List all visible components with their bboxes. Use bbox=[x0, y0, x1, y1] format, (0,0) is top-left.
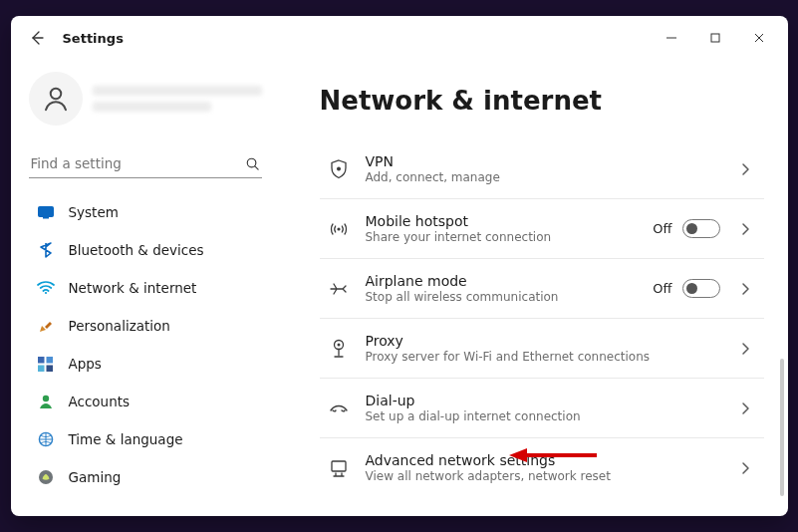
airplane-icon bbox=[328, 278, 350, 300]
setting-airplane-mode[interactable]: Airplane mode Stop all wireless communic… bbox=[320, 258, 764, 318]
setting-advanced-network[interactable]: Advanced network settings View all netwo… bbox=[320, 437, 764, 497]
svg-rect-4 bbox=[43, 217, 49, 219]
titlebar: Settings bbox=[11, 16, 788, 60]
sidebar-item-gaming[interactable]: Gaming bbox=[27, 459, 264, 495]
globe-icon bbox=[37, 430, 55, 448]
setting-title: Mobile hotspot bbox=[366, 213, 638, 229]
sidebar-item-system[interactable]: System bbox=[27, 194, 264, 230]
setting-title: Advanced network settings bbox=[366, 452, 720, 468]
window-title: Settings bbox=[63, 31, 124, 46]
hotspot-icon bbox=[328, 218, 350, 240]
main-scrollbar[interactable] bbox=[780, 359, 784, 496]
advanced-network-icon bbox=[328, 457, 350, 479]
shield-icon bbox=[328, 158, 350, 180]
svg-point-1 bbox=[50, 89, 61, 100]
chevron-right-icon bbox=[736, 222, 756, 236]
toggle-group: Off bbox=[653, 279, 719, 298]
sidebar-item-label: Network & internet bbox=[69, 280, 197, 296]
setting-text: Dial-up Set up a dial-up internet connec… bbox=[366, 393, 720, 423]
setting-subtitle: Proxy server for Wi-Fi and Ethernet conn… bbox=[366, 350, 720, 364]
sidebar: System Bluetooth & devices Network & int… bbox=[11, 60, 280, 516]
search-icon bbox=[245, 156, 260, 171]
window-controls bbox=[651, 23, 780, 53]
wifi-icon bbox=[37, 279, 55, 297]
chevron-right-icon bbox=[736, 282, 756, 296]
chevron-right-icon bbox=[736, 401, 756, 415]
svg-rect-18 bbox=[332, 461, 346, 471]
system-icon bbox=[37, 203, 55, 221]
sidebar-item-accessibility[interactable]: Accessibility bbox=[27, 497, 264, 500]
setting-text: Advanced network settings View all netwo… bbox=[366, 452, 720, 483]
chevron-right-icon bbox=[736, 342, 756, 356]
profile-name-placeholder bbox=[93, 86, 262, 112]
sidebar-item-bluetooth[interactable]: Bluetooth & devices bbox=[27, 232, 264, 268]
setting-subtitle: Add, connect, manage bbox=[366, 170, 720, 184]
setting-subtitle: Stop all wireless communication bbox=[366, 290, 638, 304]
sidebar-item-label: Gaming bbox=[69, 469, 122, 485]
sidebar-item-personalization[interactable]: Personalization bbox=[27, 308, 264, 344]
setting-mobile-hotspot[interactable]: Mobile hotspot Share your internet conne… bbox=[320, 198, 764, 258]
sidebar-item-label: Time & language bbox=[69, 431, 183, 447]
sidebar-item-label: Bluetooth & devices bbox=[69, 242, 204, 258]
minimize-button[interactable] bbox=[651, 23, 692, 53]
svg-point-5 bbox=[44, 292, 46, 294]
svg-rect-6 bbox=[38, 357, 45, 364]
sidebar-item-apps[interactable]: Apps bbox=[27, 346, 264, 382]
apps-icon bbox=[37, 355, 55, 373]
sidebar-item-label: System bbox=[69, 204, 119, 220]
svg-point-14 bbox=[337, 166, 341, 170]
search-box[interactable] bbox=[29, 151, 262, 178]
setting-dialup[interactable]: Dial-up Set up a dial-up internet connec… bbox=[320, 378, 764, 437]
sidebar-item-accounts[interactable]: Accounts bbox=[27, 384, 264, 419]
proxy-icon bbox=[328, 338, 350, 360]
svg-point-15 bbox=[337, 227, 340, 230]
svg-rect-8 bbox=[38, 365, 45, 372]
sidebar-item-network[interactable]: Network & internet bbox=[27, 270, 264, 306]
content: System Bluetooth & devices Network & int… bbox=[11, 60, 788, 516]
hotspot-toggle[interactable] bbox=[682, 219, 720, 238]
setting-text: Proxy Proxy server for Wi-Fi and Etherne… bbox=[366, 333, 720, 364]
toggle-group: Off bbox=[653, 219, 719, 238]
search-input[interactable] bbox=[31, 155, 245, 171]
setting-proxy[interactable]: Proxy Proxy server for Wi-Fi and Etherne… bbox=[320, 318, 764, 378]
svg-rect-3 bbox=[38, 206, 53, 216]
nav: System Bluetooth & devices Network & int… bbox=[27, 194, 264, 500]
setting-title: Dial-up bbox=[366, 393, 720, 408]
setting-title: Airplane mode bbox=[366, 273, 638, 289]
setting-vpn[interactable]: VPN Add, connect, manage bbox=[320, 139, 764, 198]
sidebar-item-label: Personalization bbox=[69, 318, 170, 334]
maximize-button[interactable] bbox=[694, 23, 736, 53]
back-button[interactable] bbox=[25, 26, 49, 50]
sidebar-item-label: Apps bbox=[69, 356, 102, 372]
svg-point-10 bbox=[42, 396, 48, 401]
page-title: Network & internet bbox=[320, 86, 764, 116]
setting-subtitle: View all network adapters, network reset bbox=[366, 469, 720, 483]
svg-rect-7 bbox=[47, 357, 54, 364]
setting-title: Proxy bbox=[366, 333, 720, 349]
setting-text: VPN Add, connect, manage bbox=[366, 153, 720, 184]
svg-rect-9 bbox=[47, 365, 54, 372]
setting-text: Mobile hotspot Share your internet conne… bbox=[366, 213, 638, 244]
setting-subtitle: Set up a dial-up internet connection bbox=[366, 409, 720, 423]
setting-text: Airplane mode Stop all wireless communic… bbox=[366, 273, 638, 304]
bluetooth-icon bbox=[37, 241, 55, 259]
sidebar-item-label: Accounts bbox=[69, 394, 131, 409]
chevron-right-icon bbox=[736, 162, 756, 176]
sidebar-item-time-language[interactable]: Time & language bbox=[27, 421, 264, 457]
gaming-icon bbox=[37, 468, 55, 486]
svg-point-17 bbox=[337, 343, 340, 346]
toggle-state: Off bbox=[653, 281, 671, 296]
setting-subtitle: Share your internet connection bbox=[366, 230, 638, 244]
chevron-right-icon bbox=[736, 461, 756, 475]
setting-title: VPN bbox=[366, 153, 720, 169]
avatar bbox=[29, 72, 83, 126]
accounts-icon bbox=[37, 393, 55, 410]
airplane-toggle[interactable] bbox=[682, 279, 720, 298]
settings-window: Settings Syste bbox=[11, 16, 788, 516]
personalization-icon bbox=[37, 317, 55, 335]
toggle-state: Off bbox=[653, 221, 671, 236]
close-button[interactable] bbox=[738, 23, 780, 53]
main-panel: Network & internet VPN Add, connect, man… bbox=[280, 60, 788, 516]
dialup-icon bbox=[328, 398, 350, 419]
profile[interactable] bbox=[27, 60, 264, 143]
